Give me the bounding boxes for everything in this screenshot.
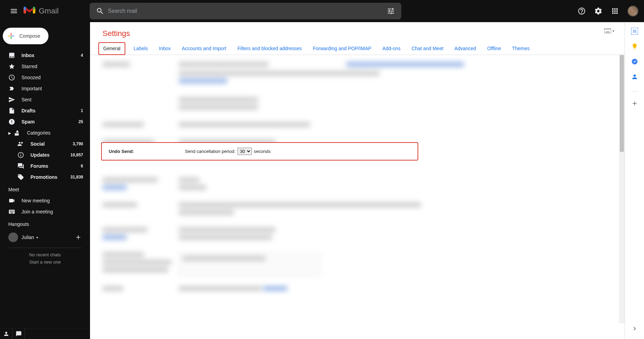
tab-filters[interactable]: Filters and blocked addresses	[235, 42, 305, 55]
side-app-keep[interactable]	[631, 43, 638, 50]
hangouts-user-row[interactable]: Julian ▾	[0, 230, 90, 245]
sidebar-item-label: Snoozed	[21, 75, 83, 80]
blurred-settings-content	[90, 55, 625, 312]
inbox-icon	[8, 52, 15, 59]
keyboard-icon	[604, 28, 611, 33]
google-apps-button[interactable]	[608, 4, 622, 18]
tab-general[interactable]: General	[98, 42, 125, 55]
sidebar-item-categories[interactable]: ▸ Categories	[0, 127, 87, 138]
svg-rect-0	[604, 28, 611, 33]
meet-join-meeting[interactable]: Join a meeting	[0, 206, 90, 217]
important-icon	[8, 85, 15, 92]
keyboard-icon	[8, 208, 15, 215]
search-button[interactable]	[92, 7, 108, 15]
sidebar-item-snoozed[interactable]: Snoozed	[0, 72, 87, 83]
tab-offline[interactable]: Offline	[484, 42, 504, 55]
sidebar-item-drafts[interactable]: Drafts 1	[0, 105, 87, 116]
sidebar-item-count: 31,839	[70, 175, 83, 180]
forums-icon	[17, 163, 24, 170]
clock-icon	[8, 74, 15, 81]
scrollbar-track	[619, 55, 625, 323]
side-app-calendar[interactable]: 31	[631, 28, 638, 35]
compose-button[interactable]: Compose	[3, 28, 48, 44]
header-right	[575, 4, 638, 18]
sidebar-item-updates[interactable]: Updates 10,857	[0, 149, 87, 161]
svg-rect-3	[607, 29, 608, 30]
sidebar-item-label: Forums	[30, 163, 81, 169]
chevron-right-icon	[631, 325, 638, 332]
star-icon	[8, 63, 15, 70]
sidebar-item-label: Sent	[21, 97, 83, 102]
settings-button[interactable]	[591, 4, 605, 18]
tab-forwarding[interactable]: Forwarding and POP/IMAP	[310, 42, 374, 55]
chevron-down-icon: ▾	[612, 29, 614, 33]
tab-chat-meet[interactable]: Chat and Meet	[409, 42, 446, 55]
sidebar-item-label: Categories	[27, 130, 83, 136]
meet-new-meeting[interactable]: New meeting	[0, 195, 90, 206]
search-bar	[90, 3, 401, 19]
hamburger-icon	[10, 7, 18, 15]
updates-icon	[17, 152, 24, 158]
tab-accounts[interactable]: Accounts and Import	[179, 42, 229, 55]
video-icon	[8, 197, 15, 204]
side-app-tasks[interactable]	[631, 58, 638, 65]
apps-grid-icon	[611, 7, 619, 15]
tab-labels[interactable]: Labels	[131, 42, 151, 55]
main-menu-button[interactable]	[6, 3, 22, 19]
cancellation-period-select[interactable]: 30	[238, 148, 252, 155]
support-button[interactable]	[575, 4, 589, 18]
contacts-icon	[631, 73, 638, 80]
side-panel: 31	[625, 22, 644, 339]
settings-tabs: General Labels Inbox Accounts and Import…	[90, 42, 625, 55]
sidebar-item-label: Spam	[21, 119, 79, 125]
sidebar: Compose Inbox 4 Starred Snoozed Importan…	[0, 22, 90, 339]
svg-rect-5	[610, 29, 610, 30]
sidebar-item-important[interactable]: Important	[0, 83, 87, 94]
sidebar-item-label: Inbox	[21, 53, 81, 58]
hangouts-add-button[interactable]	[75, 234, 82, 241]
svg-rect-1	[605, 29, 606, 30]
settings-header: Settings	[90, 22, 625, 42]
side-app-addons[interactable]	[631, 100, 638, 107]
hangouts-tab-chats[interactable]	[12, 328, 25, 339]
chevron-down-icon[interactable]: ▾	[36, 236, 38, 239]
svg-rect-6	[606, 32, 609, 33]
sidebar-item-label: Social	[30, 141, 73, 147]
tab-inbox[interactable]: Inbox	[156, 42, 173, 55]
hangouts-tab-contacts[interactable]	[0, 328, 12, 339]
hangouts-status-text: No recent chats	[8, 248, 82, 259]
search-options-button[interactable]	[383, 7, 399, 15]
help-icon	[578, 7, 586, 15]
tab-addons[interactable]: Add-ons	[380, 42, 403, 55]
send-icon	[8, 96, 15, 103]
tab-themes[interactable]: Themes	[509, 42, 533, 55]
tab-advanced[interactable]: Advanced	[452, 42, 479, 55]
sidebar-item-inbox[interactable]: Inbox 4	[0, 50, 87, 61]
sidebar-item-spam[interactable]: Spam 25	[0, 116, 87, 127]
sidebar-item-label: Drafts	[21, 108, 81, 113]
sidebar-item-promotions[interactable]: Promotions 31,839	[0, 172, 87, 183]
settings-body: Undo Send: Send cancellation period: 30 …	[90, 55, 625, 323]
sidebar-item-label: Updates	[30, 152, 70, 158]
account-avatar[interactable]	[627, 6, 638, 17]
sidebar-item-social[interactable]: Social 3,790	[0, 138, 87, 149]
sidebar-item-starred[interactable]: Starred	[0, 61, 87, 72]
hangouts-username: Julian	[21, 235, 34, 240]
side-app-contacts[interactable]	[631, 73, 638, 80]
side-panel-collapse[interactable]	[631, 325, 638, 332]
sidebar-item-sent[interactable]: Sent	[0, 94, 87, 105]
seconds-unit-label: seconds	[254, 149, 270, 154]
sidebar-item-count: 25	[79, 119, 83, 124]
gmail-logo-text: Gmail	[39, 7, 59, 16]
calendar-icon: 31	[631, 28, 638, 35]
input-tools-button[interactable]: ▾	[604, 28, 614, 33]
scrollbar-thumb[interactable]	[620, 55, 624, 152]
search-input[interactable]	[108, 8, 383, 14]
gmail-logo-wrap[interactable]: Gmail	[24, 7, 59, 16]
meet-item-label: New meeting	[21, 198, 82, 203]
keep-icon	[631, 43, 638, 50]
sidebar-item-forums[interactable]: Forums 6	[0, 161, 87, 172]
plus-icon	[631, 100, 638, 107]
spam-icon	[8, 118, 15, 125]
hangouts-start-link[interactable]: Start a new one	[0, 259, 90, 265]
